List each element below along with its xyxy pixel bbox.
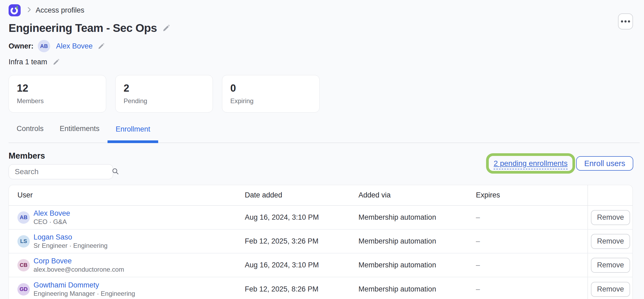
- table-row: LS Logan Saso Sr Engineer · Engineering …: [9, 230, 632, 253]
- avatar: CB: [17, 259, 30, 271]
- stat-label: Expiring: [230, 97, 319, 105]
- tab-bar: Controls Entitlements Enrollment: [9, 124, 640, 143]
- avatar: AB: [17, 211, 30, 224]
- svg-text:1: 1: [16, 5, 18, 10]
- members-actions: 2 pending enrollments Enroll users: [486, 153, 633, 174]
- pending-enrollments-link[interactable]: 2 pending enrollments: [494, 159, 568, 169]
- stat-value: 2: [124, 82, 213, 94]
- user-link[interactable]: Corp Bovee: [34, 257, 124, 265]
- column-header-expires: Expires: [476, 191, 587, 199]
- breadcrumb-item[interactable]: Access profiles: [36, 6, 84, 14]
- remove-button[interactable]: Remove: [591, 282, 630, 297]
- search-box: [9, 164, 113, 179]
- search-input[interactable]: [15, 167, 112, 176]
- page-title: Engineering Team - Sec Ops: [9, 21, 157, 35]
- expires-cell: –: [476, 213, 587, 222]
- expires-cell: –: [476, 237, 587, 245]
- date-added-cell: Aug 16, 2024, 3:10 PM: [245, 213, 358, 222]
- expires-cell: –: [476, 261, 587, 269]
- stat-card-members: 12 Members: [9, 75, 106, 113]
- description-row: Infra 1 team: [9, 57, 644, 66]
- date-added-cell: Aug 16, 2024, 3:10 PM: [245, 261, 358, 269]
- avatar: LS: [17, 235, 30, 248]
- owner-link[interactable]: Alex Bovee: [56, 42, 93, 50]
- column-header-added-via: Added via: [358, 191, 476, 199]
- stat-value: 12: [17, 82, 106, 94]
- user-link[interactable]: Alex Bovee: [34, 209, 70, 218]
- user-link[interactable]: Logan Saso: [34, 233, 108, 241]
- members-table: User Date added Added via Expires AB Ale…: [9, 185, 633, 299]
- user-subtitle: Engineering Manager · Engineering: [34, 290, 135, 298]
- remove-button[interactable]: Remove: [591, 234, 630, 249]
- profile-description: Infra 1 team: [9, 58, 47, 66]
- added-via-cell: Membership automation: [358, 261, 476, 269]
- stats-row: 12 Members 2 Pending 0 Expiring: [9, 75, 644, 113]
- added-via-cell: Membership automation: [358, 285, 476, 293]
- date-added-cell: Feb 12, 2025, 8:26 PM: [245, 285, 358, 293]
- column-header-actions: [587, 185, 633, 205]
- conductorone-logo-icon[interactable]: 1: [9, 4, 21, 16]
- table-row: CB Corp Bovee alex.bovee@conductorone.co…: [9, 253, 632, 277]
- user-link[interactable]: Gowthami Dommety: [34, 281, 135, 289]
- tab-entitlements[interactable]: Entitlements: [52, 124, 108, 143]
- user-subtitle: Sr Engineer · Engineering: [34, 242, 108, 250]
- members-section: 2 pending enrollments Enroll users Membe…: [9, 151, 640, 299]
- remove-button[interactable]: Remove: [591, 210, 630, 225]
- annotation-highlight: 2 pending enrollments: [486, 153, 575, 174]
- stat-card-expiring: 0 Expiring: [222, 75, 320, 113]
- table-row: AB Alex Bovee CEO · G&A Aug 16, 2024, 3:…: [9, 206, 632, 230]
- ellipsis-icon: [621, 20, 623, 23]
- user-subtitle: CEO · G&A: [34, 218, 70, 226]
- owner-row: Owner: AB Alex Bovee: [9, 40, 644, 52]
- column-header-user: User: [17, 191, 245, 199]
- stat-value: 0: [230, 82, 319, 94]
- pending-enrollments-label: 2 pending enrollments: [494, 159, 568, 169]
- added-via-cell: Membership automation: [358, 213, 476, 222]
- edit-title-icon[interactable]: [162, 24, 170, 32]
- breadcrumb-chevron-icon: [27, 6, 32, 14]
- date-added-cell: Feb 12, 2025, 3:26 PM: [245, 237, 358, 245]
- owner-avatar: AB: [38, 40, 50, 52]
- remove-button[interactable]: Remove: [591, 258, 630, 273]
- enroll-users-button[interactable]: Enroll users: [576, 156, 633, 171]
- added-via-cell: Membership automation: [358, 237, 476, 245]
- breadcrumb: 1 Access profiles: [9, 4, 644, 16]
- table-row: GD Gowthami Dommety Engineering Manager …: [9, 277, 632, 299]
- expires-cell: –: [476, 285, 587, 293]
- user-subtitle: alex.bovee@conductorone.com: [34, 266, 124, 274]
- stat-label: Members: [17, 97, 106, 105]
- more-menu-button[interactable]: [618, 13, 633, 29]
- table-header: User Date added Added via Expires: [9, 185, 632, 206]
- stat-card-pending: 2 Pending: [115, 75, 213, 113]
- tab-controls[interactable]: Controls: [9, 124, 52, 143]
- edit-description-icon[interactable]: [53, 58, 60, 66]
- title-row: Engineering Team - Sec Ops: [9, 21, 644, 35]
- edit-owner-icon[interactable]: [98, 43, 105, 50]
- tab-enrollment[interactable]: Enrollment: [108, 125, 158, 143]
- stat-label: Pending: [124, 97, 213, 105]
- avatar: GD: [17, 283, 30, 296]
- search-icon: [112, 167, 119, 176]
- column-header-date-added: Date added: [245, 191, 358, 199]
- owner-label: Owner:: [9, 42, 34, 50]
- access-profile-page: 1 Access profiles Engineering Team - Sec…: [0, 0, 644, 299]
